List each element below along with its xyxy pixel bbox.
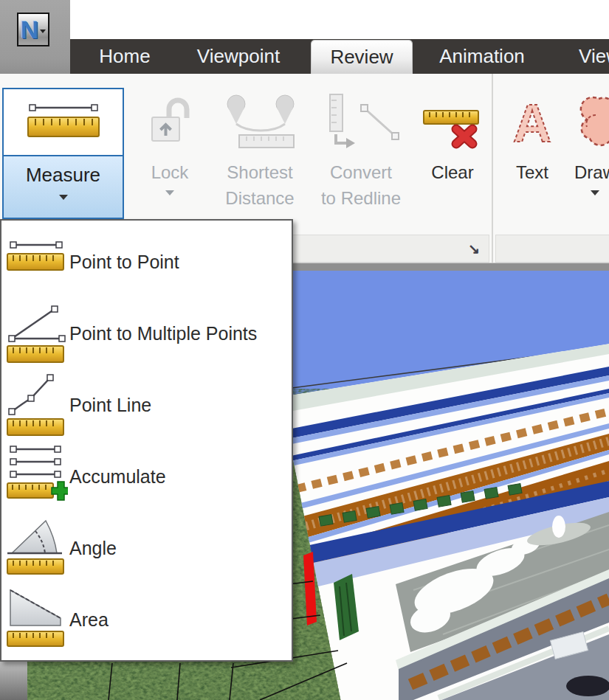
- lock-dropdown-arrow-icon: [165, 190, 174, 195]
- menu-item-area[interactable]: Area: [1, 584, 292, 656]
- point-line-icon: [1, 372, 69, 440]
- dropdown-arrow-icon: [40, 30, 46, 33]
- menu-item-point-to-point[interactable]: Point to Point: [1, 226, 292, 298]
- lock-button[interactable]: Lock: [140, 74, 199, 235]
- measure-dropdown-menu: Point to Point Point to Multiple Points: [0, 219, 293, 662]
- menu-item-label: Accumulate: [69, 466, 166, 488]
- tab-view[interactable]: View: [566, 39, 609, 74]
- measure-button-icon-part[interactable]: [4, 89, 123, 155]
- measure-button[interactable]: Measure: [2, 88, 124, 219]
- clear-button[interactable]: Clear: [421, 74, 484, 235]
- measure-label: Measure: [4, 164, 123, 187]
- application-menu-area: N: [0, 0, 70, 74]
- shortest-distance-icon: [219, 93, 301, 155]
- draw-label: Draw: [565, 162, 609, 183]
- menu-item-label: Point Line: [69, 395, 151, 416]
- accumulate-icon: [1, 442, 69, 513]
- shortest-distance-label-1: Shortest: [213, 162, 307, 183]
- convert-redline-label-1: Convert: [305, 162, 417, 183]
- shortest-distance-button[interactable]: Shortest Distance: [213, 74, 307, 235]
- convert-redline-label-2: to Redline: [305, 188, 417, 209]
- convert-redline-icon: [314, 93, 408, 158]
- point-to-point-icon: [1, 233, 69, 292]
- measure-dropdown-arrow-icon: [59, 195, 68, 200]
- menu-item-point-to-multiple-points[interactable]: Point to Multiple Points: [1, 298, 292, 370]
- text-button[interactable]: A Text: [501, 74, 563, 235]
- convert-to-redline-button[interactable]: Convert to Redline: [305, 74, 417, 235]
- redline-group-footer: [495, 235, 609, 263]
- menu-item-accumulate[interactable]: Accumulate: [1, 441, 292, 513]
- draw-button[interactable]: Draw: [565, 74, 609, 235]
- application-menu-button[interactable]: N: [17, 13, 49, 46]
- left-edge-strip: [0, 662, 27, 700]
- text-icon: A: [503, 93, 562, 155]
- ribbon-tab-bar: Home Viewpoint Review Animation View: [70, 39, 609, 74]
- tab-review[interactable]: Review: [312, 41, 412, 74]
- clear-label: Clear: [421, 162, 484, 183]
- menu-item-label: Angle: [69, 538, 117, 559]
- menu-item-point-line[interactable]: Point Line: [1, 370, 292, 441]
- shortest-distance-label-2: Distance: [213, 188, 307, 209]
- navisworks-window: N Home Viewpoint Review Animation View ↘…: [0, 0, 609, 700]
- svg-text:A: A: [513, 94, 551, 152]
- menu-item-label: Area: [69, 609, 109, 631]
- text-label: Text: [501, 162, 563, 183]
- titlebar-strip: [0, 0, 609, 39]
- tab-animation[interactable]: Animation: [427, 39, 537, 74]
- lock-open-icon: [148, 93, 191, 153]
- measure-ruler-icon: [22, 98, 105, 147]
- menu-item-label: Point to Point: [69, 252, 179, 273]
- menu-item-angle[interactable]: Angle: [1, 513, 292, 584]
- draw-cloud-icon: [566, 93, 609, 155]
- clear-measure-icon: [421, 93, 484, 152]
- tab-home[interactable]: Home: [94, 39, 155, 74]
- expand-diagonal-arrow-icon[interactable]: ↘: [465, 240, 483, 258]
- draw-dropdown-arrow-icon: [591, 190, 599, 195]
- measure-button-label-part[interactable]: Measure: [4, 155, 123, 218]
- navisworks-logo-icon: N: [21, 17, 39, 42]
- ribbon-group-separator: [492, 74, 493, 263]
- menu-item-label: Point to Multiple Points: [69, 323, 257, 344]
- lock-label: Lock: [140, 162, 199, 183]
- angle-icon: [1, 515, 69, 583]
- area-icon: [1, 586, 69, 655]
- dark-object: [566, 676, 609, 696]
- tab-viewpoint[interactable]: Viewpoint: [187, 39, 290, 74]
- point-to-multiple-points-icon: [1, 300, 69, 368]
